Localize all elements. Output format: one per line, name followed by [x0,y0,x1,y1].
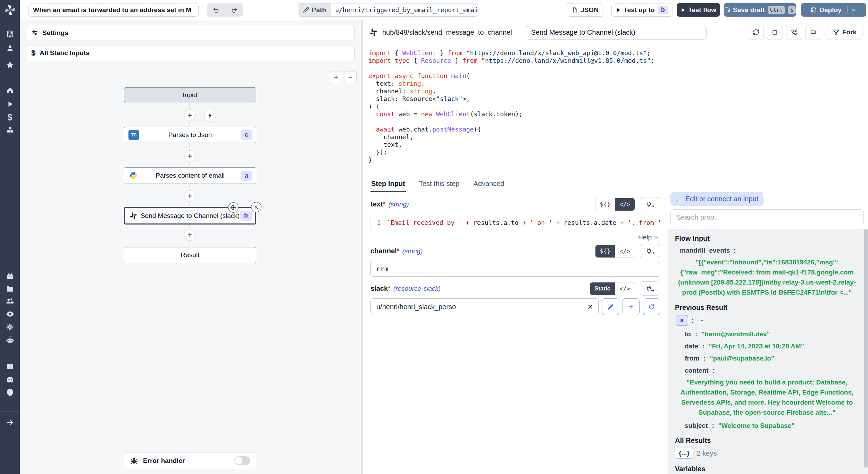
expand-editor-button[interactable] [767,25,783,40]
fork-button[interactable]: Fork [827,25,862,40]
result-row-to[interactable]: to: "henri@windmill.dev" [675,330,859,338]
result-a-badge[interactable]: a [676,315,688,326]
insert-step-button[interactable]: + [184,150,196,162]
home-icon[interactable] [3,84,17,96]
flow-settings-button[interactable]: Settings [26,25,354,41]
test-up-to-button[interactable]: Test up to b [611,3,673,17]
windmill-logo-icon[interactable] [0,0,20,20]
tab-step-input[interactable]: Step Input [370,180,406,192]
zoom-out-button[interactable]: − [344,71,357,83]
variables-dollar-icon[interactable]: $ [3,111,17,124]
all-static-inputs-button[interactable]: $ All Static Inputs [26,45,354,61]
channel-value-input[interactable] [370,261,660,277]
colon: : [692,316,694,324]
move-step-button[interactable] [228,202,239,213]
node-input[interactable]: Input [124,87,256,102]
flow-title-input[interactable] [28,3,199,17]
result-row-subject[interactable]: subject: "Welcome to Supabase" [675,422,859,430]
flag-button[interactable] [805,25,821,40]
workspace-building-icon[interactable] [3,28,17,40]
result-row-from[interactable]: from: "paul@supabase.io" [675,355,859,362]
code-mode-button[interactable]: </> [615,198,635,211]
all-results-object-badge[interactable]: {...} [675,448,693,459]
node-parses-content-of-email[interactable]: Parses content of email a [124,167,256,184]
reload-script-button[interactable] [748,25,764,40]
insert-step-button[interactable]: + [184,229,196,241]
zoom-in-button[interactable]: + [330,71,342,83]
tab-test-this-step[interactable]: Test this step [418,180,460,192]
help-link[interactable]: Help [638,234,652,241]
user-icon[interactable] [3,42,17,54]
node-result[interactable]: Result [124,247,256,263]
static-mode-button[interactable]: Static [590,282,615,295]
flow-path-value[interactable]: u/henri/triggered_by_email_report_email [331,3,478,16]
github-icon[interactable] [3,386,17,399]
groups-users-gear-icon[interactable] [3,295,17,307]
template-mode-button[interactable]: ${} [595,245,615,257]
test-flow-button[interactable]: Test flow [677,3,720,17]
connect-input-plug-button[interactable] [640,197,660,211]
error-handler-row[interactable]: Error handler [124,452,256,469]
node-parses-to-json[interactable]: TS Parses to Json c [124,127,256,143]
runs-play-icon[interactable] [3,98,17,110]
discord-icon[interactable] [3,373,17,386]
result-row-date[interactable]: date: "Fri, Apr 14, 2023 at 10:28 AM" [675,342,859,350]
edit-or-connect-input-button[interactable]: ← Edit or connect an input [670,192,763,206]
deploy-dropdown-chevron-icon[interactable] [851,7,857,13]
node-label: Parses to Json [124,131,256,139]
result-row-content-key[interactable]: content: [675,367,859,374]
search-prop-input[interactable] [670,209,864,225]
collapse-sidebar-arrow-icon[interactable] [3,416,17,429]
workers-robot-icon[interactable] [3,334,17,346]
code-editor[interactable]: import { WebClient } from "https://deno.… [363,45,868,174]
folders-icon[interactable] [3,282,17,295]
deploy-button[interactable]: Deploy [801,3,866,17]
phone-incoming-button[interactable] [786,25,802,40]
redo-button[interactable] [225,3,243,17]
error-handler-toggle[interactable] [234,456,250,465]
trigger-bolt-button[interactable] [204,110,216,121]
help-row: Help [370,234,659,241]
node-label: Parses content of email [124,172,256,179]
delete-step-button[interactable] [251,202,261,212]
collapse-button[interactable]: - [698,316,707,325]
scrollbar-thumb[interactable] [864,229,868,468]
audit-eye-icon[interactable] [3,308,17,320]
expression-code: `Email received by ` + results.a.to + ' … [387,219,660,226]
result-content-value[interactable]: "Everything you need to build a product:… [675,377,859,417]
json-button[interactable]: JSON [567,3,603,17]
deploy-label: Deploy [819,6,841,14]
clear-resource-x-icon[interactable] [587,304,593,310]
template-mode-button[interactable]: ${} [595,198,615,211]
node-label: Result [124,251,256,259]
schedules-calendar-icon[interactable] [3,270,17,283]
connect-input-plug-button[interactable] [640,281,660,296]
code-mode-button[interactable]: </> [615,245,635,257]
mandrill-events-value[interactable]: "[{"event":"inbound","ts":1683819426,"ms… [675,257,859,297]
resources-cubes-icon[interactable] [3,124,17,136]
undo-button[interactable] [207,3,225,17]
settings-gear-icon[interactable] [3,321,17,333]
insert-step-button[interactable]: + [184,190,196,202]
insert-step-button[interactable]: + [184,109,196,121]
refresh-resource-button[interactable] [643,298,660,315]
slack-resource-input[interactable] [370,298,599,315]
tab-advanced[interactable]: Advanced [473,180,505,192]
favorites-star-icon[interactable] [3,59,17,71]
step-summary-input[interactable] [526,25,707,40]
edit-resource-button[interactable] [602,298,619,315]
text-expression-editor[interactable]: 1 `Email received by ` + results.a.to + … [370,215,660,230]
flow-path-group: Path u/henri/triggered_by_email_report_e… [298,3,478,17]
hub-script-path[interactable]: hub/849/slack/send_message_to_channel [382,28,512,36]
docs-book-icon[interactable] [3,361,17,373]
mandrill-events-key[interactable]: mandrill_events: [675,247,859,254]
connect-input-plug-button[interactable] [640,244,660,258]
code-mode-button[interactable]: </> [615,282,635,295]
path-edit-button[interactable]: Path [298,3,331,16]
text-input-mode-toggle: ${} </> [595,198,635,211]
save-draft-button[interactable]: Save draft Ctrl S [724,3,796,17]
sidebar-divider [0,411,20,412]
add-resource-button[interactable]: + [623,298,640,315]
node-label: Input [124,91,256,99]
chevron-down-icon[interactable] [654,235,659,240]
